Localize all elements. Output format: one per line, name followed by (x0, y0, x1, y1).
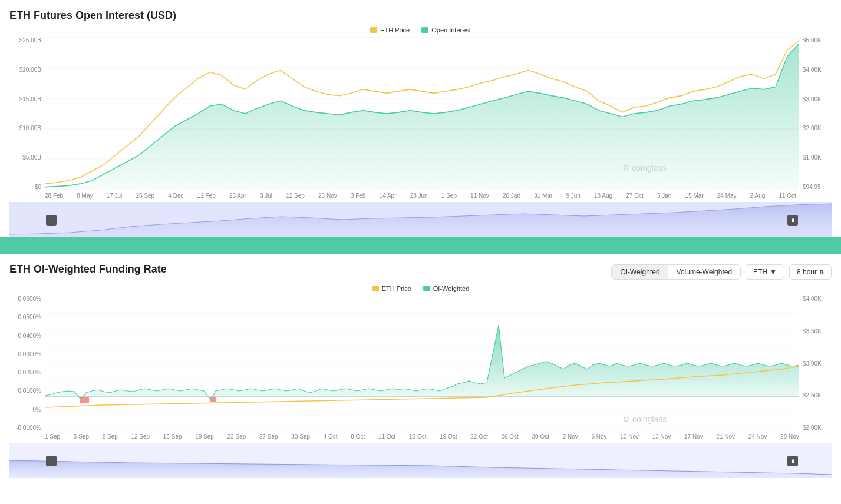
open-interest-label: Open Interest (431, 26, 471, 34)
chart1-legend-open-interest: Open Interest (421, 26, 471, 34)
chart2-eth-price-label: ETH Price (382, 285, 411, 292)
chart1-y-axis-right: $5.00K $4.00K $3.00K $2.00K $1.00K $94.9… (799, 37, 832, 190)
chart1-title: ETH Futures Open Interest (USD) (9, 9, 832, 22)
sort-icon: ⇅ (819, 268, 824, 275)
oi-weighted-btn[interactable]: OI-Weighted (612, 265, 668, 279)
chart2-container: 0.0600% 0.0500% 0.0400% 0.0300% 0.0200% … (9, 296, 832, 443)
chart1-section: ETH Futures Open Interest (USD) ETH Pric… (0, 0, 841, 202)
chart1-pause-left[interactable]: ⏸ (46, 215, 57, 226)
open-interest-dot (421, 27, 428, 33)
chart2-header: ETH OI-Weighted Funding Rate OI-Weighted… (9, 263, 832, 280)
chart2-legend-oi-weighted: OI-Weighted (423, 285, 470, 292)
chart2-wrapper: 0.0600% 0.0500% 0.0400% 0.0300% 0.0200% … (9, 296, 832, 431)
chart2-oi-label: OI-Weighted (433, 285, 470, 292)
chart2-pause-right[interactable]: ⏸ (787, 456, 798, 466)
chart2-oi-dot (423, 286, 430, 291)
chart2-legend: ETH Price OI-Weighted (9, 285, 832, 292)
interval-selector[interactable]: 8 hour ⇅ (789, 264, 832, 280)
chart2-mini: ⏸ ⏸ (9, 443, 832, 478)
asset-selector[interactable]: ETH ▼ (746, 264, 784, 280)
chart1-navigator: ⏸ ⏸ (9, 202, 832, 237)
chart2-section: ETH OI-Weighted Funding Rate OI-Weighted… (0, 254, 841, 443)
chart2-eth-price-dot (372, 286, 379, 291)
chart2-title: ETH OI-Weighted Funding Rate (9, 263, 167, 276)
weight-toggle: OI-Weighted Volume-Weighted (611, 264, 741, 280)
chart2-y-axis-right: $4.00K $3.50K $3.00K $2.50K $2.00K (799, 296, 832, 431)
chart1-wrapper: $25.00B $20.00B $15.00B $10.00B $5.00B $… (9, 37, 832, 190)
svg-rect-7 (9, 202, 832, 237)
chart2-area: ⚙ coinglass (45, 296, 799, 431)
chart2-navigator: ⏸ ⏸ (9, 443, 832, 478)
chart2-x-axis: 1 Sep 5 Sep 8 Sep 12 Sep 16 Sep 19 Sep 2… (9, 431, 832, 440)
svg-text:⚙ coinglass: ⚙ coinglass (622, 163, 667, 173)
chart1-legend-eth-price: ETH Price (370, 26, 410, 34)
chart2-y-axis-left: 0.0600% 0.0500% 0.0400% 0.0300% 0.0200% … (9, 296, 45, 431)
chart2-legend-eth-price: ETH Price (372, 285, 411, 292)
eth-price-dot (370, 27, 377, 33)
chart1-x-axis: 28 Feb 8 May 17 Jul 25 Sep 4 Dec 12 Feb … (9, 190, 832, 199)
chart1-area: ⚙ coinglass (45, 37, 799, 190)
chevron-down-icon: ▼ (770, 268, 777, 276)
volume-weighted-btn[interactable]: Volume-Weighted (668, 265, 741, 279)
svg-text:⚙ coinglass: ⚙ coinglass (622, 415, 667, 424)
chart2-controls: OI-Weighted Volume-Weighted ETH ▼ 8 hour… (611, 264, 832, 280)
chart2-pause-left[interactable]: ⏸ (46, 456, 57, 466)
chart1-y-axis-left: $25.00B $20.00B $15.00B $10.00B $5.00B $… (9, 37, 45, 190)
chart1-legend: ETH Price Open Interest (9, 26, 832, 34)
chart1-container: $25.00B $20.00B $15.00B $10.00B $5.00B $… (9, 37, 832, 202)
chart1-mini: ⏸ ⏸ (9, 202, 832, 237)
green-divider (0, 237, 841, 254)
chart1-pause-right[interactable]: ⏸ (787, 215, 798, 226)
eth-price-label: ETH Price (380, 26, 410, 34)
